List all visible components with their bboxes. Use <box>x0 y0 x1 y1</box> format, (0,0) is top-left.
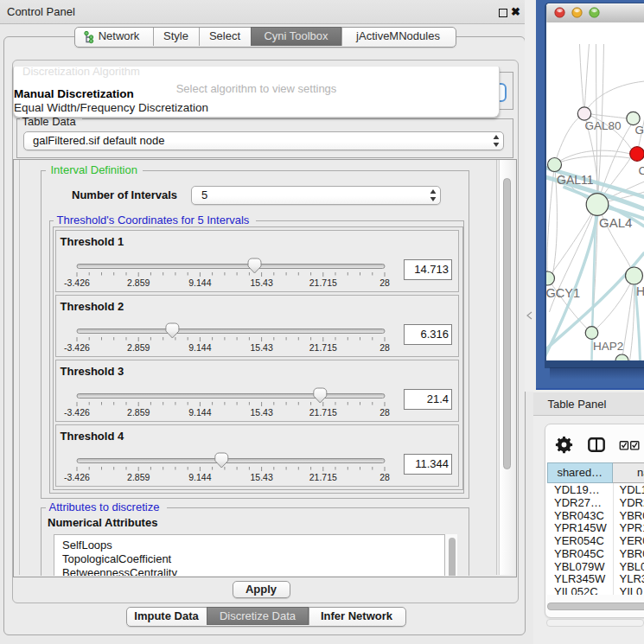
svg-text:-3.426: -3.426 <box>64 407 90 418</box>
svg-text:15.43: 15.43 <box>250 277 272 288</box>
svg-text:GAL80: GAL80 <box>584 119 621 132</box>
svg-text:28: 28 <box>379 407 390 418</box>
svg-text:9.144: 9.144 <box>188 472 211 482</box>
svg-text:9.144: 9.144 <box>188 407 211 418</box>
svg-text:2.859: 2.859 <box>127 342 150 353</box>
svg-text:-3.426: -3.426 <box>64 277 90 288</box>
svg-text:28: 28 <box>379 342 390 353</box>
svg-text:15.43: 15.43 <box>250 472 272 482</box>
svg-text:28: 28 <box>379 277 390 288</box>
svg-text:-3.426: -3.426 <box>64 342 90 353</box>
svg-text:21.715: 21.715 <box>309 407 337 418</box>
svg-text:21.715: 21.715 <box>309 472 337 482</box>
svg-text:2.859: 2.859 <box>127 407 150 418</box>
svg-text:C: C <box>638 164 644 177</box>
svg-text:9.144: 9.144 <box>188 277 211 288</box>
svg-text:GCY1: GCY1 <box>546 285 580 299</box>
svg-text:15.43: 15.43 <box>250 407 272 418</box>
svg-text:HAP2: HAP2 <box>593 340 623 353</box>
svg-text:GAL11: GAL11 <box>557 172 594 186</box>
svg-text:G.: G. <box>634 124 644 137</box>
svg-text:H: H <box>636 284 644 297</box>
svg-text:21.715: 21.715 <box>309 342 337 353</box>
svg-text:GAL4: GAL4 <box>599 215 632 230</box>
svg-text:28: 28 <box>379 472 390 482</box>
svg-text:2.859: 2.859 <box>127 472 150 482</box>
svg-text:15.43: 15.43 <box>250 342 272 353</box>
svg-text:9.144: 9.144 <box>188 342 211 353</box>
svg-text:2.859: 2.859 <box>127 277 150 288</box>
svg-text:21.715: 21.715 <box>309 277 337 288</box>
svg-text:-3.426: -3.426 <box>64 472 90 482</box>
